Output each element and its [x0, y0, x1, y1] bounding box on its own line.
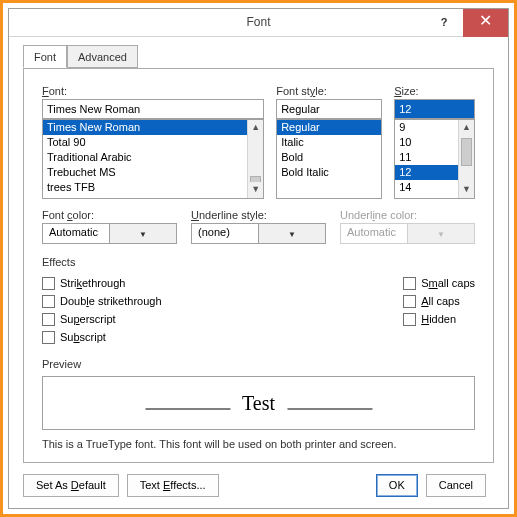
dialog-footer: Set As Default Text Effects... OK Cancel: [9, 462, 508, 508]
preview-rule: [287, 409, 372, 410]
underline-style-combo[interactable]: (none) ▼: [191, 223, 326, 244]
list-item[interactable]: Bold: [277, 150, 381, 165]
chevron-down-icon: ▼: [407, 224, 474, 243]
underline-color-value: Automatic: [341, 224, 407, 243]
checkbox-icon: [403, 295, 416, 308]
preview-box: Test: [42, 376, 475, 430]
checkbox-subscript[interactable]: Subscript: [42, 328, 162, 346]
tab-panel-font: Font: Times New RomanTotal 90Traditional…: [23, 68, 494, 463]
list-item[interactable]: Total 90: [43, 135, 263, 150]
help-button[interactable]: ?: [425, 9, 463, 37]
set-as-default-button[interactable]: Set As Default: [23, 474, 119, 497]
tab-font[interactable]: Font: [23, 45, 67, 68]
effects-group-label: Effects: [42, 256, 475, 268]
style-label: Font style:: [276, 85, 382, 97]
list-item[interactable]: Traditional Arabic: [43, 150, 263, 165]
list-item[interactable]: Regular: [277, 120, 381, 135]
font-label: Font:: [42, 85, 264, 97]
list-item[interactable]: Trebuchet MS: [43, 165, 263, 180]
font-color-value: Automatic: [43, 224, 109, 243]
dialog-title: Font: [246, 15, 270, 29]
underline-style-value: (none): [192, 224, 258, 243]
scroll-up-icon[interactable]: ▲: [248, 120, 263, 136]
font-info-text: This is a TrueType font. This font will …: [42, 438, 475, 450]
checkbox-icon: [42, 313, 55, 326]
checkbox-strikethrough[interactable]: Strikethrough: [42, 274, 162, 292]
font-scrollbar[interactable]: ▲ ▼: [247, 120, 263, 198]
chevron-down-icon[interactable]: ▼: [258, 224, 325, 243]
list-item[interactable]: Bold Italic: [277, 165, 381, 180]
text-effects-button[interactable]: Text Effects...: [127, 474, 219, 497]
cancel-button[interactable]: Cancel: [426, 474, 486, 497]
preview-rule: [145, 409, 230, 410]
list-item[interactable]: trees TFB: [43, 180, 263, 195]
tab-strip: FontAdvanced: [23, 45, 494, 69]
list-item[interactable]: Italic: [277, 135, 381, 150]
size-scrollbar[interactable]: ▲ ▼: [458, 120, 474, 198]
checkbox-icon: [403, 277, 416, 290]
font-size-input[interactable]: [394, 99, 475, 119]
titlebar: Font ? ✕: [9, 9, 508, 37]
scroll-down-icon[interactable]: ▼: [459, 182, 474, 198]
checkbox-small-caps[interactable]: Small caps: [403, 274, 475, 292]
checkbox-superscript[interactable]: Superscript: [42, 310, 162, 328]
tab-advanced[interactable]: Advanced: [67, 45, 138, 68]
checkbox-icon: [42, 295, 55, 308]
scroll-down-icon[interactable]: ▼: [248, 182, 263, 198]
preview-label: Preview: [42, 358, 475, 370]
checkbox-icon: [42, 331, 55, 344]
font-list[interactable]: Times New RomanTotal 90Traditional Arabi…: [42, 119, 264, 199]
underline-color-label: Underline color:: [340, 209, 475, 221]
checkbox-icon: [42, 277, 55, 290]
checkbox-hidden[interactable]: Hidden: [403, 310, 475, 328]
size-label: Size:: [394, 85, 475, 97]
underline-style-label: Underline style:: [191, 209, 326, 221]
checkbox-icon: [403, 313, 416, 326]
font-color-label: Font color:: [42, 209, 177, 221]
preview-text: Test: [242, 392, 275, 415]
checkbox-all-caps[interactable]: All caps: [403, 292, 475, 310]
font-dialog: Font ? ✕ FontAdvanced Font: Times New Ro…: [8, 8, 509, 509]
style-list[interactable]: RegularItalicBoldBold Italic: [276, 119, 382, 199]
size-list[interactable]: 910111214 ▲ ▼: [394, 119, 475, 199]
scroll-thumb[interactable]: [461, 138, 472, 166]
checkbox-double-strikethrough[interactable]: Double strikethrough: [42, 292, 162, 310]
font-name-input[interactable]: [42, 99, 264, 119]
chevron-down-icon[interactable]: ▼: [109, 224, 176, 243]
list-item[interactable]: Times New Roman: [43, 120, 263, 135]
close-button[interactable]: ✕: [463, 9, 508, 37]
font-style-input[interactable]: [276, 99, 382, 119]
underline-color-combo: Automatic ▼: [340, 223, 475, 244]
font-color-combo[interactable]: Automatic ▼: [42, 223, 177, 244]
scroll-up-icon[interactable]: ▲: [459, 120, 474, 136]
ok-button[interactable]: OK: [376, 474, 418, 497]
